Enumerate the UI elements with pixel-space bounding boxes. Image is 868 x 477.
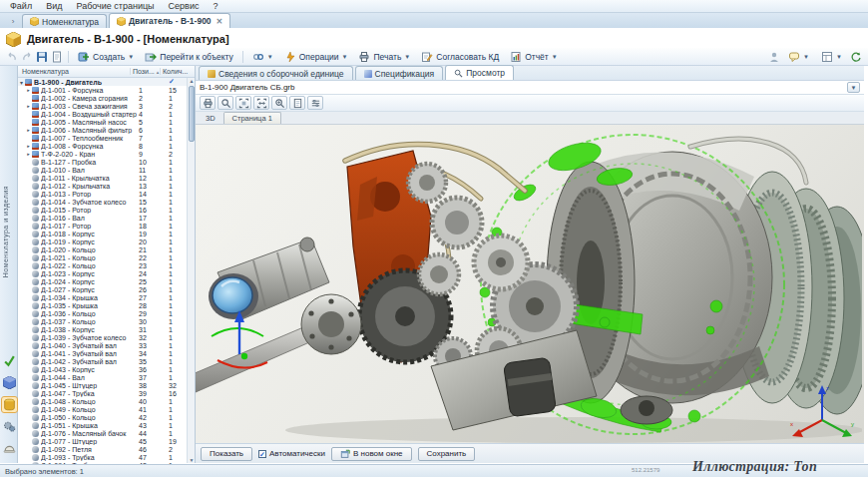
expander-icon[interactable]: ▸ xyxy=(25,151,32,157)
tree-row[interactable]: Д-1-034 - Крышка271 xyxy=(18,293,195,301)
tab-engine[interactable]: Двигатель - В-1-900 ✕ xyxy=(109,13,230,28)
fit-width-button[interactable] xyxy=(253,96,269,110)
tree-row[interactable]: В-1-127 - Пробка101 xyxy=(18,158,195,166)
col-position[interactable]: Пози... ▴ xyxy=(130,68,160,75)
tree-row[interactable]: Д-1-048 - Кольцо401 xyxy=(18,397,195,405)
viewport-3d[interactable]: x y z xyxy=(196,125,864,443)
tab-preview[interactable]: Просмотр xyxy=(445,65,514,80)
nomenclature-tool-icon[interactable] xyxy=(2,397,17,412)
tree-row[interactable]: Д-1-024 - Корпус251 xyxy=(18,277,195,285)
fit-page-button[interactable] xyxy=(235,96,251,110)
tab-page1[interactable]: Страница 1 xyxy=(223,112,281,124)
menu-file[interactable]: Файл xyxy=(4,1,38,11)
models-cube-icon[interactable] xyxy=(2,375,17,390)
tree-row[interactable]: Д-1-002 - Камера сгорания21 xyxy=(18,94,195,102)
operations-button[interactable]: Операции▼ xyxy=(280,49,352,64)
tree-row[interactable]: Д-1-039 - Зубчатое колесо321 xyxy=(18,333,195,341)
tree-row[interactable]: Д-1-010 - Вал111 xyxy=(18,166,195,174)
tree-row[interactable]: Д-1-016 - Вал171 xyxy=(18,214,195,222)
helmet-tool-icon[interactable] xyxy=(2,441,17,456)
document-dropdown-icon[interactable]: ▼ xyxy=(847,82,860,93)
tree-row[interactable]: Д-1-051 - Крышка431 xyxy=(18,421,195,429)
tree-row[interactable]: Д-1-041 - Зубчатый вал341 xyxy=(18,349,195,357)
scroll-thumb[interactable] xyxy=(189,86,195,142)
zoom-button[interactable] xyxy=(217,96,233,110)
col-quantity[interactable]: Колич... xyxy=(160,68,187,75)
tree-row[interactable]: Д-1-019 - Корпус201 xyxy=(18,238,195,245)
tab-assembly-info[interactable]: Сведения о сборочной единице xyxy=(199,66,353,80)
tree-row[interactable]: Д-1-077 - Штуцер4519 xyxy=(18,437,195,445)
approve-tool-icon[interactable] xyxy=(2,353,17,368)
save-preview-button[interactable]: Сохранить xyxy=(418,447,476,461)
zoom-window-button[interactable] xyxy=(271,96,287,110)
tree-row[interactable]: ▸Д-1-008 - Форсунка81 xyxy=(18,142,195,150)
expander-icon[interactable]: ▸ xyxy=(25,103,32,109)
undo-icon[interactable] xyxy=(6,51,18,63)
menu-workpages[interactable]: Рабочие страницы xyxy=(70,1,160,11)
menu-service[interactable]: Сервис xyxy=(163,1,206,11)
tree-row[interactable]: Д-1-045 - Штуцер3832 xyxy=(18,381,195,389)
tree-row[interactable]: Д-1-035 - Крышка281 xyxy=(18,301,195,309)
document-selector[interactable]: В-1-900 Двигатель СБ.grb ▼ xyxy=(196,81,864,95)
tree-row[interactable]: Д-1-038 - Корпус311 xyxy=(18,325,195,333)
user-icon[interactable] xyxy=(768,51,780,63)
tree-row[interactable]: Д-1-042 - Зубчатый вал351 xyxy=(18,357,195,365)
approve-kd-button[interactable]: Согласовать КД xyxy=(417,49,503,64)
tree-row[interactable]: Д-1-007 - Теплообменник71 xyxy=(18,134,195,142)
scroll-down-icon[interactable]: ▼ xyxy=(188,457,196,463)
comments-button[interactable]: ▼ xyxy=(784,49,813,64)
tree-row[interactable]: ▸Д-1-003 - Свеча зажигания32 xyxy=(18,102,195,110)
create-button[interactable]: Создать▼ xyxy=(74,49,138,64)
tab-3d[interactable]: 3D xyxy=(198,112,223,124)
show-button[interactable]: Показать xyxy=(201,447,252,461)
tree-row[interactable]: Д-1-049 - Кольцо411 xyxy=(18,405,195,413)
menu-view[interactable]: Вид xyxy=(40,1,68,11)
tree-row[interactable]: Д-1-037 - Кольцо301 xyxy=(18,317,195,325)
tree-row[interactable]: Д-1-013 - Ротор141 xyxy=(18,190,195,198)
tree-row[interactable]: Д-1-020 - Кольцо211 xyxy=(18,245,195,253)
view-settings-button[interactable] xyxy=(307,96,323,110)
tree-row[interactable]: Д-1-043 - Корпус361 xyxy=(18,365,195,373)
tree-row[interactable]: Д-1-015 - Ротор161 xyxy=(18,206,195,214)
print-button[interactable]: Печать▼ xyxy=(354,49,414,64)
close-tab-icon[interactable]: ✕ xyxy=(217,17,223,26)
goto-object-button[interactable]: Перейти к объекту xyxy=(141,49,237,64)
tree-row[interactable]: Д-1-018 - Корпус191 xyxy=(18,230,195,238)
tree-row[interactable]: Д-1-004 - Воздушный стартер41 xyxy=(18,110,195,118)
tree-row[interactable]: Д-1-017 - Ротор181 xyxy=(18,222,195,230)
scroll-up-icon[interactable]: ▲ xyxy=(188,78,196,84)
tree-row[interactable]: ▸Д-1-006 - Масляный фильтр61 xyxy=(18,126,195,134)
tree-row[interactable]: ▸Д-1-001 - Форсунка115 xyxy=(18,86,195,94)
expander-icon[interactable]: ▸ xyxy=(25,127,32,133)
menu-help[interactable]: ? xyxy=(207,1,223,11)
tree-row[interactable]: Д-1-040 - Зубчатый вал331 xyxy=(18,341,195,349)
tree-row[interactable]: Д-1-005 - Масляный насос51 xyxy=(18,118,195,126)
expander-icon[interactable]: ▸ xyxy=(25,143,32,149)
redo-icon[interactable] xyxy=(21,51,33,63)
document-icon[interactable] xyxy=(51,51,63,63)
tree-row[interactable]: Д-1-050 - Кольцо421 xyxy=(18,413,195,421)
link-button[interactable]: ▼ xyxy=(248,49,277,64)
expander-icon[interactable]: ▸ xyxy=(25,87,32,93)
tab-scroll-icon[interactable]: › xyxy=(4,17,22,28)
tree-row[interactable]: Д-1-022 - Кольцо231 xyxy=(18,261,195,269)
tree-row[interactable]: Д-1-021 - Кольцо221 xyxy=(18,253,195,261)
collapse-icon[interactable]: ▾ xyxy=(18,79,25,86)
tree-row[interactable]: Д-1-023 - Корпус241 xyxy=(18,269,195,277)
tab-specification[interactable]: Спецификация xyxy=(355,66,444,80)
tree-row[interactable]: ▸Т-Ф-2-020 - Кран92 xyxy=(18,150,195,158)
tree-root-row[interactable]: ▾ В-1-900 - Двигатель ✓ xyxy=(18,78,195,86)
report-button[interactable]: Отчёт▼ xyxy=(506,49,562,64)
dock-label-nomenclature[interactable]: Номенклатура и изделия xyxy=(2,186,9,277)
page-setup-button[interactable] xyxy=(289,96,305,110)
tree-row[interactable]: Д-1-011 - Крыльчатка121 xyxy=(18,174,195,182)
layout-button[interactable]: ▼ xyxy=(817,49,846,64)
save-icon[interactable] xyxy=(36,51,48,63)
print-preview-button[interactable] xyxy=(200,96,216,110)
refresh-icon[interactable] xyxy=(850,51,862,63)
tree-row[interactable]: Д-1-092 - Петля462 xyxy=(18,445,195,453)
tree-row[interactable]: Д-1-012 - Крыльчатка131 xyxy=(18,182,195,190)
tab-nomenclature[interactable]: Номенклатура xyxy=(22,14,107,28)
tree-row[interactable]: Д-1-027 - Корпус261 xyxy=(18,285,195,293)
tree-row[interactable]: Д-1-093 - Трубка471 xyxy=(18,453,195,461)
